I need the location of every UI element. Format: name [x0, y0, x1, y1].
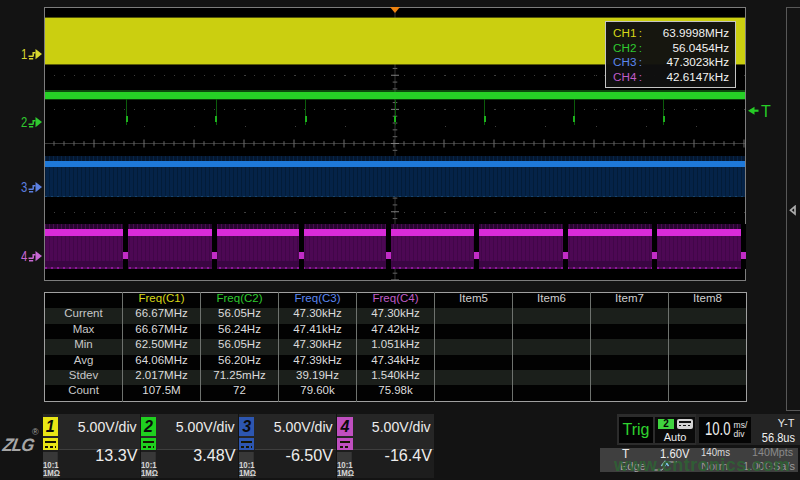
svg-text:T: T [761, 102, 771, 119]
svg-text:3: 3 [21, 179, 27, 195]
svg-text:2: 2 [21, 114, 27, 130]
svg-text:4: 4 [21, 248, 27, 264]
svg-text:1: 1 [21, 46, 27, 62]
